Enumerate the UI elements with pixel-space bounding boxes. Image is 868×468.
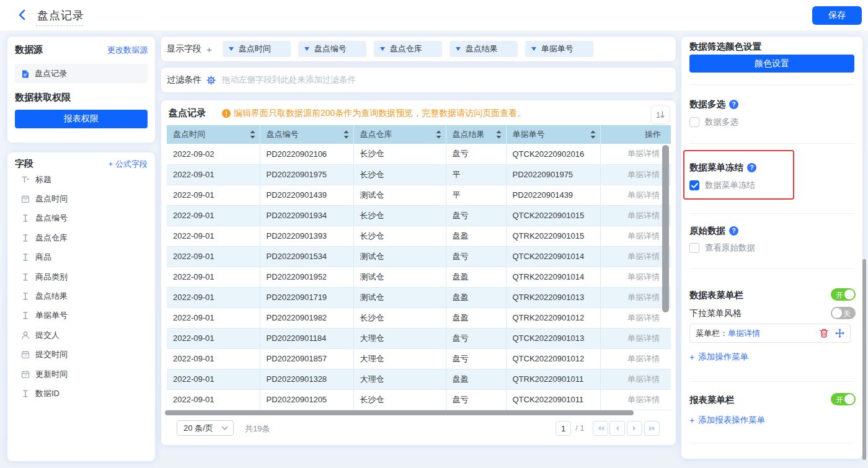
sort-icon[interactable] [496,130,502,139]
dropdown-style-toggle[interactable]: 关 [831,307,856,319]
prev-page-button[interactable] [609,421,625,436]
table-menu-toggle[interactable]: 开 [831,288,856,301]
help-icon[interactable]: ? [747,163,756,172]
row-action-link[interactable]: 单据详情 [600,348,671,369]
color-settings-button[interactable]: 颜色设置 [689,55,854,73]
display-field-chip[interactable]: 盘点结果 [450,41,518,57]
field-item[interactable]: 7更新时间 [15,364,148,384]
field-item[interactable]: 7提交时间 [15,345,148,364]
add-formula-field-link[interactable]: + 公式字段 [108,159,148,170]
row-action-link[interactable]: 单据详情 [600,226,671,246]
report-permission-button[interactable]: 报表权限 [15,110,148,128]
calendar-icon: 7 [21,370,30,379]
sort-icon[interactable] [343,130,349,139]
add-report-menu-link[interactable]: + 添加报表操作菜单 [689,415,765,426]
column-header[interactable]: 盘点结果 [446,125,506,144]
table-cell: PD20220901205 [260,389,353,410]
field-item[interactable]: 商品类别 [15,267,148,286]
first-page-button[interactable] [593,421,608,436]
last-page-button[interactable] [644,421,660,436]
row-action-link[interactable]: 单据详情 [600,246,671,267]
column-header[interactable]: 单据单号 [506,125,600,144]
table-warning-text: 编辑界面只取数据源前200条作为查询数据预览，完整数据请访问页面查看。 [234,108,526,119]
column-header[interactable]: 盘点仓库 [353,125,446,144]
display-field-chip[interactable]: 盘点仓库 [374,41,442,57]
next-page-button[interactable] [627,421,642,436]
field-item[interactable]: 盘点仓库 [15,228,148,247]
display-field-chip[interactable]: 盘点时间 [223,41,291,57]
column-header[interactable]: 盘点编号 [260,125,353,144]
menu-freeze-checkbox[interactable] [689,180,699,190]
field-item-label: 盘点结果 [35,291,68,302]
table-cell: PD20220901184 [260,328,353,348]
menu-item-value[interactable]: 单据详情 [728,328,760,339]
window-scrollbar[interactable] [862,259,866,460]
table-cell: 2022-09-01 [167,226,260,246]
page-number-input[interactable]: 1 [556,421,571,436]
sort-icon[interactable] [590,130,596,139]
table-horizontal-scrollbar[interactable] [165,410,634,415]
raw-data-title: 原始数据 ? [689,225,738,237]
table-cell: 2022-09-01 [167,246,260,267]
datasource-item[interactable]: 盘点记录 [15,64,148,83]
report-menu-title: 报表菜单栏 [689,394,735,406]
table-cell: 大理仓 [353,328,446,348]
trash-icon[interactable] [820,329,828,338]
page-size-select[interactable]: 20 条/页 [177,420,234,436]
help-icon[interactable]: ? [729,100,738,109]
change-datasource-link[interactable]: 更改数据源 [107,45,148,56]
raw-data-checkbox[interactable] [689,243,699,253]
table-cell: 大理仓 [353,348,446,369]
svg-text:7: 7 [24,354,27,358]
report-menu-toggle[interactable]: 开 [831,393,856,405]
display-field-chip[interactable]: 单据单号 [525,41,593,57]
add-action-menu-link[interactable]: + 添加操作菜单 [689,351,748,363]
table-vertical-scrollbar[interactable] [662,145,669,312]
raw-data-row: 查看原始数据 [689,242,755,254]
table-cell: 2022-09-02 [167,144,260,164]
save-button[interactable]: 保存 [812,6,862,25]
fields-title: 字段 [15,158,33,170]
row-action-link[interactable]: 单据详情 [600,267,671,287]
sort-order-button[interactable]: 1 [651,105,670,124]
color-settings-title: 数据筛选颜色设置 [689,41,761,53]
add-display-field-button[interactable]: + [206,44,212,55]
display-field-chip[interactable]: 盘点编号 [298,41,366,57]
table-cell: 盘亏 [446,348,506,369]
divider [689,268,854,269]
row-action-link[interactable]: 单据详情 [600,144,671,164]
back-button[interactable] [16,9,29,21]
row-action-link[interactable]: 单据详情 [600,205,671,226]
field-item[interactable]: 盘点编号 [15,209,148,228]
field-item[interactable]: 商品 [15,248,148,267]
row-action-link[interactable]: 单据详情 [600,185,671,205]
column-header[interactable]: 盘点时间 [167,125,260,144]
chip-label: 盘点时间 [239,43,271,55]
row-action-link[interactable]: 单据详情 [600,287,671,307]
gear-icon[interactable] [206,76,216,85]
multi-select-checkbox[interactable] [689,117,699,127]
help-icon[interactable]: ? [729,226,738,236]
person-icon [21,331,30,340]
row-action-link[interactable]: 单据详情 [600,328,671,348]
divider [689,84,854,85]
field-item[interactable]: 数据ID [15,384,148,403]
chip-label: 盘点仓库 [390,43,422,55]
field-item[interactable]: 提交人 [15,325,148,345]
field-item[interactable]: 单据单号 [15,306,148,325]
datasource-card: 数据源 更改数据源 盘点记录 数据获取权限 报表权限 [7,37,155,143]
field-item[interactable]: 标题 [15,170,148,189]
table-cell: PD20220901934 [260,205,353,226]
row-action-link[interactable]: 单据详情 [600,307,671,328]
sort-icon[interactable] [436,130,441,139]
row-action-link[interactable]: 单据详情 [600,369,671,389]
table-cell: 盘盈 [446,369,506,389]
row-action-link[interactable]: 单据详情 [600,164,671,185]
sort-icon[interactable] [250,130,255,139]
field-item[interactable]: 盘点结果 [15,286,148,306]
field-item[interactable]: 7盘点时间 [15,189,148,208]
move-icon[interactable] [835,329,844,338]
raw-data-checkbox-label: 查看原始数据 [705,242,755,254]
multi-select-row: 数据多选 [689,117,738,128]
row-action-link[interactable]: 单据详情 [600,389,671,410]
